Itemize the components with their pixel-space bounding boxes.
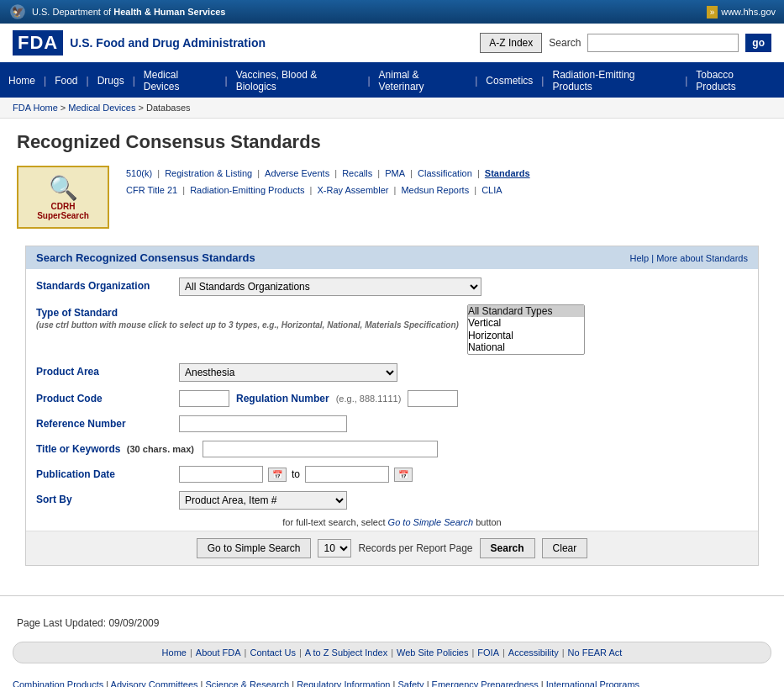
pub-date-from-input[interactable] [179,466,263,483]
records-per-page-select[interactable]: 10 25 50 [318,539,351,558]
chars-max: (30 chars. max) [127,444,194,454]
search-form-container: Search Recognized Consensus Standards He… [25,246,759,566]
nav-vaccines[interactable]: Vaccines, Blood & Biologics [228,64,368,98]
product-area-label: Product Area [36,363,171,378]
pub-date-to-input[interactable] [305,466,389,483]
product-area-select[interactable]: Anesthesia [179,363,397,382]
cdrh-links-line2: CFR Title 21 | Radiation-Emitting Produc… [126,182,530,199]
date-area: 📅 to 📅 [179,466,748,483]
nav-medical-devices[interactable]: Medical Devices [135,64,225,98]
cdrh-link-medsun[interactable]: Medsun Reports [401,185,469,195]
title-keywords-label: Title or Keywords (30 chars. max) [36,441,194,455]
nav-food[interactable]: Food [46,70,86,92]
sort-by-control: Product Area, Item # [179,491,748,510]
search-form-header-right: Help | More about Standards [630,253,748,263]
cdrh-link-recalls[interactable]: Recalls [342,168,372,178]
cdrh-links: 510(k) | Registration & Listing | Advers… [126,166,530,199]
sort-by-select[interactable]: Product Area, Item # [179,491,347,510]
standards-org-row: Standards Organization All Standards Org… [26,269,758,300]
breadcrumb-medical-devices[interactable]: Medical Devices [68,103,135,113]
records-label: Records per Report Page [358,542,472,554]
page-content: Recognized Consensus Standards 🔍 CDRHSup… [0,119,784,579]
go-button[interactable]: go [745,34,771,52]
type-standard-label: Type of Standard (use ctrl button with m… [36,304,459,330]
cdrh-links-line1: 510(k) | Registration & Listing | Advers… [126,166,530,182]
title-keywords-row: Title or Keywords (30 chars. max) [26,436,758,462]
help-link[interactable]: Help [630,253,650,263]
reference-number-control [179,415,748,432]
calendar-to-button[interactable]: 📅 [394,468,413,482]
footer-foia[interactable]: FOIA [477,647,499,658]
search-form-title: Search Recognized Consensus Standards [36,251,255,264]
cdrh-link-pma[interactable]: PMA [385,168,405,178]
date-to-label: to [292,468,300,480]
nav-home[interactable]: Home [0,70,44,92]
cdrh-link-adverse[interactable]: Adverse Events [265,168,329,178]
more-standards-link[interactable]: More about Standards [656,253,748,263]
footer-web-policies[interactable]: Web Site Policies [397,647,468,658]
cdrh-link-classification[interactable]: Classification [418,168,472,178]
breadcrumb-fda-home[interactable]: FDA Home [13,103,58,113]
fulltext-note: for full-text search, select Go to Simpl… [26,514,758,531]
nav-tobacco[interactable]: Tobacco Products [687,64,784,98]
search-input[interactable] [587,34,739,52]
title-keywords-input[interactable] [203,441,438,457]
cdrh-area: 🔍 CDRHSuperSearch 510(k) | Registration … [17,166,767,229]
footer-regulatory[interactable]: Regulatory Information [297,679,390,687]
footer-accessibility[interactable]: Accessibility [508,647,559,658]
cdrh-link-standards[interactable]: Standards [485,168,530,178]
standards-org-label: Standards Organization [36,277,171,292]
simple-search-link[interactable]: Go to Simple Search [388,517,474,527]
az-index-button[interactable]: A-Z Index [480,33,542,53]
footer-contact[interactable]: Contact Us [250,647,295,658]
pub-date-row: Publication Date 📅 to 📅 [26,462,758,487]
footer-home[interactable]: Home [162,647,187,658]
hhs-label: U.S. Department of Health & Human Servic… [32,7,226,17]
divider [0,595,784,596]
sort-by-label: Sort By [36,491,171,505]
footer-nav: Home | About FDA | Contact Us | A to Z S… [13,642,771,663]
fda-title: U.S. Food and Drug Administration [70,36,266,50]
cdrh-link-510k[interactable]: 510(k) [126,168,152,178]
main-nav: Home | Food | Drugs | Medical Devices | … [0,64,784,98]
reg-number-label: Regulation Number [236,393,329,404]
form-actions: Go to Simple Search 10 25 50 Records per… [26,531,758,565]
standards-org-select[interactable]: All Standards Organizations [179,277,481,296]
reference-number-row: Reference Number [26,411,758,436]
hhs-top-bar: 🦅 U.S. Department of Health & Human Serv… [0,0,784,24]
type-standard-select[interactable]: All Standard Types Vertical Horizontal N… [467,304,585,355]
reg-number-input[interactable] [408,390,458,407]
fda-header: FDA U.S. Food and Drug Administration A-… [0,24,784,64]
cdrh-link-clia[interactable]: CLIA [481,185,502,195]
nav-animal[interactable]: Animal & Veterinary [371,64,476,98]
footer-science[interactable]: Science & Research [206,679,290,687]
reference-number-input[interactable] [179,415,347,432]
footer-az-index[interactable]: A to Z Subject Index [305,647,387,658]
cdrh-logo: 🔍 CDRHSuperSearch [17,166,109,229]
cdrh-link-registration[interactable]: Registration & Listing [165,168,252,178]
simple-search-button[interactable]: Go to Simple Search [197,538,312,558]
footer-combo-products[interactable]: Combination Products [13,679,103,687]
calendar-from-button[interactable]: 📅 [268,468,287,482]
footer-emergency[interactable]: Emergency Preparedness [432,679,539,687]
product-code-row: Product Code Regulation Number (e.g., 88… [26,386,758,411]
footer-advisory[interactable]: Advisory Committees [111,679,198,687]
pub-date-label: Publication Date [36,466,171,480]
nav-radiation[interactable]: Radiation-Emitting Products [544,64,685,98]
footer-international[interactable]: International Programs [546,679,639,687]
reg-area: Regulation Number (e.g., 888.1111) [179,390,748,407]
product-code-input[interactable] [179,390,229,407]
fda-search-area: A-Z Index Search go [480,33,771,53]
footer-no-fear[interactable]: No FEAR Act [568,647,623,658]
cdrh-link-radiation-products[interactable]: Radiation-Emitting Products [190,185,304,195]
clear-button[interactable]: Clear [542,538,588,558]
nav-drugs[interactable]: Drugs [89,70,133,92]
cdrh-link-cfr21[interactable]: CFR Title 21 [126,185,177,195]
hhs-eagle-icon: 🦅 [8,3,27,21]
nav-cosmetics[interactable]: Cosmetics [477,70,541,92]
footer-safety[interactable]: Safety [397,679,424,687]
cdrh-link-xray[interactable]: X-Ray Assembler [317,185,388,195]
footer-about-fda[interactable]: About FDA [196,647,241,658]
hhs-website: » www.hhs.gov [707,6,776,18]
search-button[interactable]: Search [480,538,535,558]
